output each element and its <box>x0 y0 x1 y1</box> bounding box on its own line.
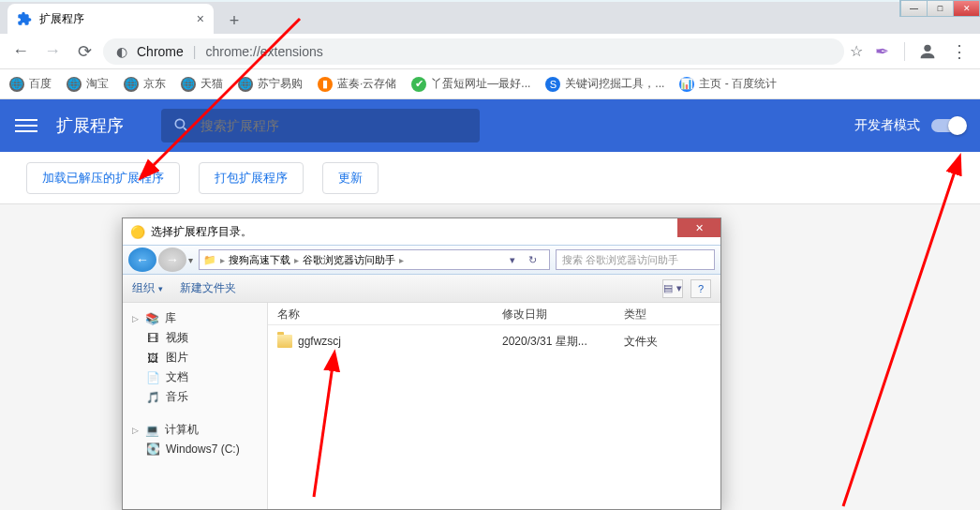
folder-icon: 📁 <box>203 254 216 266</box>
sidebar-drive-c[interactable]: 💽Windows7 (C:) <box>123 440 267 458</box>
minimize-button[interactable]: — <box>900 1 927 16</box>
forward-button[interactable]: → <box>39 38 66 65</box>
bookmark-icon: ▮ <box>318 77 333 92</box>
bookmark-icon: ✔ <box>411 77 426 92</box>
dialog-file-list: 名称 修改日期 类型 ggfwzscj 2020/3/31 星期... 文件夹 <box>268 303 720 510</box>
address-input[interactable]: ◐ Chrome | chrome://extensions <box>103 38 844 65</box>
col-name[interactable]: 名称 <box>268 303 493 324</box>
address-bar: ← → ⟳ ◐ Chrome | chrome://extensions ☆ ✒… <box>0 34 980 69</box>
bookmark-item[interactable]: 📊主页 - 百度统计 <box>679 76 777 92</box>
dialog-title-bar: 🟡 选择扩展程序目录。 <box>123 218 720 245</box>
dialog-nav: ← → ▾ 📁 ▸ 搜狗高速下载 ▸ 谷歌浏览器访问助手 ▸ ▾ ↻ 搜索 谷歌… <box>123 245 720 275</box>
page-title: 扩展程序 <box>56 114 124 137</box>
dialog-back-button[interactable]: ← <box>128 248 156 272</box>
bookmark-item[interactable]: 🌐天猫 <box>181 76 223 92</box>
back-button[interactable]: ← <box>7 38 34 65</box>
folder-icon <box>277 335 292 348</box>
search-input[interactable] <box>200 118 468 133</box>
extensions-toolbar: 加载已解压的扩展程序 打包扩展程序 更新 <box>0 152 980 204</box>
window-controls: — □ ✕ <box>899 0 980 17</box>
col-date[interactable]: 修改日期 <box>493 303 615 324</box>
file-list-header: 名称 修改日期 类型 <box>268 303 720 325</box>
pack-extension-button[interactable]: 打包扩展程序 <box>199 162 304 194</box>
dialog-title: 选择扩展程序目录。 <box>151 224 252 240</box>
bookmark-icon: S <box>545 77 560 92</box>
hamburger-icon[interactable] <box>15 114 37 137</box>
bookmark-star-icon[interactable]: ☆ <box>850 42 863 60</box>
dialog-forward-button[interactable]: → <box>158 248 186 272</box>
tab-bar: 扩展程序 × + <box>0 2 980 34</box>
developer-mode: 开发者模式 <box>854 117 965 134</box>
chevron-down-icon[interactable]: ▾ <box>188 255 193 265</box>
folder-picker-dialog: 🟡 选择扩展程序目录。 ✕ ← → ▾ 📁 ▸ 搜狗高速下载 ▸ 谷歌浏览器访问… <box>122 218 721 510</box>
breadcrumb-item[interactable]: 搜狗高速下载 <box>229 253 290 267</box>
sidebar-library[interactable]: ▷📚库 <box>123 308 267 328</box>
dialog-search-input[interactable]: 搜索 谷歌浏览器访问助手 <box>556 249 715 270</box>
bookmark-icon: 🌐 <box>67 77 82 92</box>
bookmark-item[interactable]: 🌐苏宁易购 <box>238 76 303 92</box>
chrome-icon: 🟡 <box>130 225 145 239</box>
load-unpacked-button[interactable]: 加载已解压的扩展程序 <box>26 162 180 194</box>
tab-title: 扩展程序 <box>39 11 84 27</box>
maximize-button[interactable]: □ <box>927 1 953 16</box>
svg-point-0 <box>924 44 930 51</box>
dialog-close-button[interactable]: ✕ <box>677 218 720 237</box>
bookmark-item[interactable]: 🌐京东 <box>124 76 166 92</box>
sidebar-pictures[interactable]: 🖼图片 <box>123 348 267 368</box>
breadcrumb-dropdown-icon[interactable]: ▾ <box>510 254 527 266</box>
new-tab-button[interactable]: + <box>221 8 247 34</box>
chrome-icon: ◐ <box>116 44 127 59</box>
sidebar-computer[interactable]: ▷💻计算机 <box>123 420 267 440</box>
sidebar-music[interactable]: 🎵音乐 <box>123 387 267 407</box>
browser-tab[interactable]: 扩展程序 × <box>7 4 214 34</box>
window-close-button[interactable]: ✕ <box>953 1 979 16</box>
organize-button[interactable]: 组织 ▾ <box>132 280 163 296</box>
bookmark-item[interactable]: 🌐百度 <box>9 76 52 92</box>
refresh-icon[interactable]: ↻ <box>528 254 545 266</box>
feather-icon[interactable]: ✒ <box>869 38 895 65</box>
bookmark-item[interactable]: ✔丫蛋短网址—最好... <box>411 76 530 92</box>
extensions-search[interactable] <box>161 109 480 142</box>
view-options-button[interactable]: ▤ ▾ <box>662 279 683 298</box>
bookmark-item[interactable]: S关键词挖掘工具，... <box>545 76 664 92</box>
reload-button[interactable]: ⟳ <box>71 38 97 65</box>
col-type[interactable]: 类型 <box>615 303 690 324</box>
search-icon <box>172 116 191 135</box>
dialog-toolbar: 组织 ▾ 新建文件夹 ▤ ▾ ? <box>123 275 720 303</box>
sidebar-videos[interactable]: 🎞视频 <box>123 328 267 348</box>
bookmark-icon: 🌐 <box>9 77 24 92</box>
file-row[interactable]: ggfwzscj 2020/3/31 星期... 文件夹 <box>268 331 720 352</box>
bookmarks-bar: 🌐百度🌐淘宝🌐京东🌐天猫🌐苏宁易购▮蓝奏·云存储✔丫蛋短网址—最好...S关键词… <box>0 69 980 99</box>
breadcrumb-item[interactable]: 谷歌浏览器访问助手 <box>303 253 395 267</box>
extensions-header: 扩展程序 开发者模式 <box>0 99 980 152</box>
menu-icon[interactable]: ⋮ <box>946 38 973 65</box>
dialog-breadcrumb[interactable]: 📁 ▸ 搜狗高速下载 ▸ 谷歌浏览器访问助手 ▸ ▾ ↻ <box>199 249 550 270</box>
update-button[interactable]: 更新 <box>322 162 379 194</box>
sidebar-documents[interactable]: 📄文档 <box>123 368 267 387</box>
bookmark-icon: 🌐 <box>124 77 139 92</box>
help-icon[interactable]: ? <box>690 279 711 298</box>
address-url: chrome://extensions <box>205 44 322 59</box>
bookmark-icon: 🌐 <box>181 77 196 92</box>
bookmark-item[interactable]: ▮蓝奏·云存储 <box>318 76 396 92</box>
tab-close-icon[interactable]: × <box>197 11 204 26</box>
dialog-sidebar: ▷📚库 🎞视频 🖼图片 📄文档 🎵音乐 ▷💻计算机 💽Windows7 (C:) <box>123 303 268 510</box>
new-folder-button[interactable]: 新建文件夹 <box>180 280 236 296</box>
bookmark-icon: 🌐 <box>238 77 253 92</box>
address-prefix: Chrome <box>137 44 184 59</box>
bookmark-icon: 📊 <box>679 77 694 92</box>
bookmark-item[interactable]: 🌐淘宝 <box>67 76 109 92</box>
profile-icon[interactable] <box>914 38 941 65</box>
extension-icon <box>17 11 32 26</box>
dev-mode-toggle[interactable] <box>931 119 965 132</box>
dev-mode-label: 开发者模式 <box>854 117 920 134</box>
